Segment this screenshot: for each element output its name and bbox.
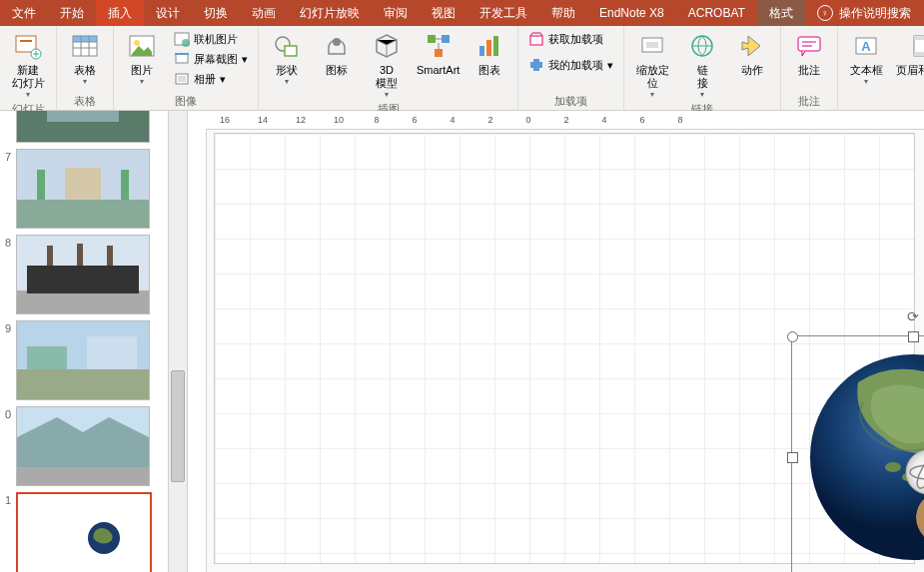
resize-handle-nw[interactable] [787, 331, 798, 342]
comment-button[interactable]: 批注 [785, 28, 833, 79]
textbox-button[interactable]: A 文本框▾ [842, 28, 890, 88]
screenshot-icon [174, 51, 190, 67]
slide-thumbnails-pane: 7 8 9 0 1 [0, 111, 169, 572]
tab-help[interactable]: 帮助 [539, 0, 587, 26]
tell-me-label: 操作说明搜索 [839, 5, 911, 22]
textbox-label: 文本框 [850, 64, 883, 77]
get-addins-button[interactable]: 获取加载项 [524, 30, 617, 48]
tab-review[interactable]: 审阅 [372, 0, 420, 26]
table-label: 表格 [74, 64, 96, 77]
header-label: 页眉和页脚 [896, 64, 924, 77]
link-button[interactable]: 链接▾ [678, 28, 726, 101]
earth-3dmodel[interactable] [792, 336, 924, 572]
svg-rect-21 [493, 36, 498, 56]
svg-rect-45 [121, 170, 129, 200]
resize-handle-n[interactable] [908, 331, 919, 342]
icons-button[interactable]: 图标 [313, 28, 361, 79]
album-button[interactable]: 相册▾ [170, 70, 252, 88]
svg-rect-19 [479, 46, 484, 56]
my-addins-label: 我的加载项 [548, 58, 603, 73]
svg-rect-1 [20, 40, 32, 42]
svg-rect-22 [530, 36, 542, 45]
selected-object-3dmodel[interactable]: ⟳ [791, 335, 924, 572]
tell-me[interactable]: ♀操作说明搜索 [805, 0, 923, 26]
svg-rect-14 [285, 46, 297, 56]
chart-label: 图表 [478, 64, 500, 77]
online-pictures-icon [174, 31, 190, 47]
screenshot-button[interactable]: 屏幕截图▾ [170, 50, 252, 68]
link-icon [686, 30, 718, 62]
thumb-number: 9 [0, 320, 16, 334]
smartart-icon [423, 30, 455, 62]
slide-thumbnail[interactable] [16, 320, 150, 400]
svg-rect-16 [428, 35, 436, 43]
3dmodels-button[interactable]: 3D模型▾ [363, 28, 411, 101]
lightbulb-icon: ♀ [817, 5, 833, 21]
zoom-button[interactable]: 缩放定位▾ [628, 28, 676, 101]
tab-design[interactable]: 设计 [144, 0, 192, 26]
header-footer-button[interactable]: 页眉和页脚 [892, 28, 924, 79]
slide-thumbnail[interactable] [16, 149, 150, 229]
thumb-number: 1 [0, 492, 16, 506]
shapes-icon [271, 30, 303, 62]
new-slide-button[interactable]: 新建幻灯片▾ [4, 28, 52, 101]
smartart-button[interactable]: SmartArt [413, 28, 463, 79]
tab-format[interactable]: 格式 [757, 0, 805, 26]
tab-animations[interactable]: 动画 [240, 0, 288, 26]
svg-text:A: A [862, 39, 872, 54]
thumbnails-scrollbar[interactable] [169, 111, 188, 572]
tab-home[interactable]: 开始 [48, 0, 96, 26]
tab-view[interactable]: 视图 [420, 0, 467, 26]
shapes-button[interactable]: 形状▾ [263, 28, 311, 88]
resize-handle-w[interactable] [787, 452, 798, 463]
chart-button[interactable]: 图表 [465, 28, 513, 79]
store-icon [528, 31, 544, 47]
tab-slideshow[interactable]: 幻灯片放映 [288, 0, 372, 26]
rotation-handle[interactable]: ⟳ [907, 308, 919, 324]
group-comments: 批注 [785, 93, 833, 110]
svg-rect-20 [486, 40, 491, 56]
svg-rect-44 [37, 170, 45, 200]
table-icon [69, 30, 101, 62]
tab-endnote[interactable]: EndNote X8 [587, 0, 676, 26]
tab-transitions[interactable]: 切换 [192, 0, 240, 26]
tab-file[interactable]: 文件 [0, 0, 48, 26]
svg-rect-4 [73, 36, 97, 42]
svg-rect-42 [17, 200, 149, 228]
group-images: 图像 [118, 93, 254, 110]
svg-rect-43 [65, 168, 101, 200]
vertical-ruler [188, 129, 207, 572]
action-icon [736, 30, 768, 62]
shapes-label: 形状 [276, 64, 298, 77]
my-addins-button[interactable]: 我的加载项▾ [524, 56, 617, 74]
pictures-button[interactable]: 图片▾ [118, 28, 166, 88]
new-slide-label: 新建幻灯片 [12, 64, 45, 90]
tab-insert[interactable]: 插入 [96, 0, 144, 26]
tab-acrobat[interactable]: ACROBAT [676, 0, 757, 26]
icons-label: 图标 [326, 64, 348, 77]
table-button[interactable]: 表格▾ [61, 28, 109, 88]
link-label: 链接 [697, 64, 708, 90]
tab-developer[interactable]: 开发工具 [467, 0, 539, 26]
svg-rect-47 [17, 290, 149, 313]
svg-rect-48 [27, 266, 139, 293]
svg-rect-51 [107, 246, 113, 266]
slide-thumbnail[interactable] [16, 111, 150, 143]
slide-thumbnail[interactable] [16, 406, 150, 486]
action-button[interactable]: 动作 [728, 28, 776, 79]
thumb-number: 8 [0, 235, 16, 249]
svg-rect-17 [442, 35, 450, 43]
slide-thumbnail-selected[interactable] [16, 492, 152, 572]
svg-point-6 [134, 40, 140, 46]
svg-rect-57 [17, 467, 149, 485]
svg-rect-30 [914, 36, 924, 40]
slide-thumbnail[interactable] [16, 235, 150, 314]
comment-icon [793, 30, 825, 62]
zoom-icon [636, 30, 668, 62]
group-addins: 加载项 [522, 93, 619, 110]
scrollbar-thumb[interactable] [171, 370, 185, 482]
svg-rect-50 [77, 244, 83, 266]
new-slide-icon [12, 30, 44, 62]
addins-icon [528, 57, 544, 73]
online-pictures-button[interactable]: 联机图片 [170, 30, 252, 48]
